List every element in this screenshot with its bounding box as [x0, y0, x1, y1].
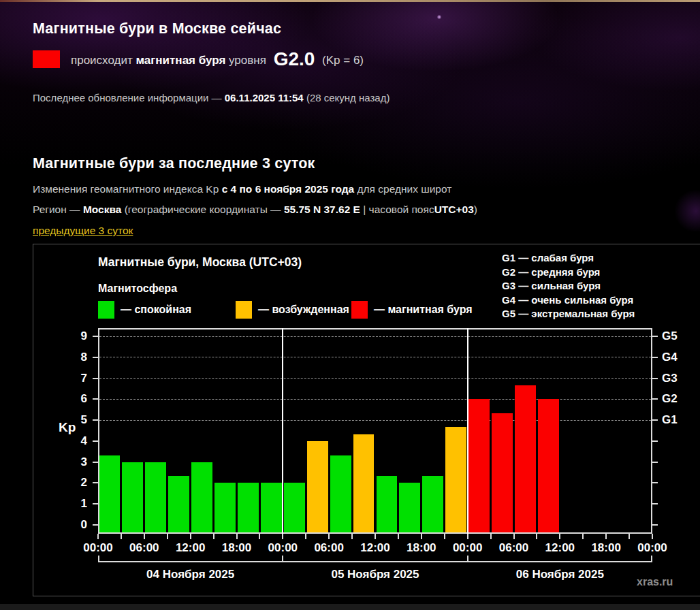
- kp-bar: [353, 434, 375, 532]
- previous-3-days-link[interactable]: предыдущие 3 суток: [33, 225, 133, 236]
- y-tick-right: [652, 524, 658, 526]
- y-tick-left: [93, 398, 98, 400]
- line1-prefix: Изменения геомагнитного индекса Kp: [33, 183, 219, 195]
- region-coords: 55.75 N 37.62 E: [284, 204, 360, 215]
- x-tick: [351, 534, 353, 539]
- x-tick: [513, 534, 515, 539]
- kp-bar: [261, 483, 282, 532]
- x-tick: [652, 534, 653, 539]
- history-line2: Регион — Москва (географические координа…: [33, 204, 700, 216]
- x-tick: [144, 534, 145, 539]
- updated-time: 06.11.2025 11:54: [225, 92, 304, 103]
- kp-bar: [191, 462, 212, 532]
- line1-dates: с 4 по 6 ноября 2025 года: [222, 183, 355, 195]
- kp-bar: [538, 399, 559, 532]
- x-tick-label: 18:00: [214, 541, 260, 555]
- y-tick-left: [93, 419, 98, 421]
- quiet-label: — спокойная: [121, 304, 191, 316]
- kp-bar: [307, 441, 328, 532]
- x-tick-label: 06:00: [121, 541, 168, 555]
- y-tick-right: [652, 378, 658, 379]
- day-bracket-tick: [467, 556, 468, 562]
- y-tick-left: [93, 524, 98, 526]
- kp-bar: [515, 385, 536, 532]
- g5-desc: G5 — экстремальная буря: [502, 307, 635, 321]
- history-title: Магнитные бури за последние 3 суток: [33, 155, 700, 172]
- g-axis-label: G1: [662, 413, 689, 428]
- kp-bar: [330, 455, 351, 532]
- x-tick: [236, 534, 238, 539]
- status-prefix: происходит: [71, 54, 133, 67]
- kp-bar: [422, 476, 443, 532]
- y-tick-label: 9: [63, 329, 87, 344]
- x-tick: [467, 534, 468, 539]
- line2-mid: (географические координаты —: [125, 204, 281, 215]
- g-axis-label: G4: [662, 350, 689, 365]
- kp-bar: [145, 462, 166, 532]
- y-tick-right: [652, 503, 658, 504]
- y-tick-label: 5: [63, 413, 87, 428]
- x-tick: [282, 534, 283, 539]
- gridline-kp6: [99, 399, 651, 400]
- y-tick-label: 2: [63, 475, 87, 490]
- x-tick: [305, 534, 306, 539]
- x-tick-label: 12:00: [537, 541, 583, 555]
- line2-prefix: Регион —: [33, 204, 80, 215]
- y-tick-right: [652, 462, 658, 463]
- gridline-kp5: [99, 420, 651, 421]
- day-label: 06 Ноября 2025: [468, 568, 652, 581]
- x-tick: [421, 534, 422, 539]
- storm-label: — магнитная буря: [374, 304, 473, 316]
- gridline-kp8: [99, 357, 651, 357]
- x-tick-label: 18:00: [583, 541, 629, 555]
- status-kp: (Kp = 6): [322, 54, 364, 67]
- g-axis-label: G2: [662, 391, 689, 406]
- status-mid: уровня: [229, 54, 266, 67]
- x-tick: [328, 534, 330, 539]
- watermark: xras.ru: [637, 576, 673, 588]
- x-tick: [190, 534, 191, 539]
- kp-bar: [214, 483, 236, 532]
- y-tick-left: [93, 503, 98, 504]
- kp-bar: [122, 462, 143, 532]
- storm-color-swatch: [351, 301, 368, 319]
- y-tick-right: [652, 398, 658, 400]
- plot-area: Kp 0123456789G1G2G3G4G500:0006:0012:0018…: [98, 328, 652, 534]
- g-scale-legend: G1 — слабая буря G2 — средняя буря G3 — …: [502, 251, 635, 321]
- y-tick-right: [652, 336, 658, 337]
- line2-close: ): [474, 204, 477, 215]
- quiet-color-swatch: [98, 301, 114, 319]
- x-tick: [398, 534, 399, 539]
- line2-sep: | часовой пояс: [363, 204, 434, 215]
- x-tick-label: 00:00: [75, 541, 121, 555]
- history-line1: Изменения геомагнитного индекса Kp с 4 п…: [33, 183, 700, 195]
- kp-bar: [284, 483, 305, 532]
- kp-bar: [377, 476, 398, 532]
- g-axis-label: G3: [662, 371, 689, 386]
- magnetosphere-label: Магнитосфера: [98, 283, 177, 295]
- x-tick: [259, 534, 260, 539]
- g4-desc: G4 — очень сильная буря: [502, 293, 635, 308]
- last-updated: Последнее обновление информации — 06.11.…: [33, 92, 700, 103]
- x-tick: [167, 534, 168, 539]
- line1-suffix: для средних широт: [357, 183, 452, 195]
- region-name: Москва: [83, 204, 122, 215]
- y-tick-label: 7: [63, 371, 87, 386]
- legend-item-excited: — возбужденная: [236, 300, 349, 319]
- g-axis-label: G5: [662, 329, 689, 344]
- kp-bar: [468, 399, 490, 532]
- x-tick-label: 00:00: [629, 541, 675, 555]
- y-tick-right: [652, 357, 658, 358]
- y-tick-left: [93, 462, 98, 463]
- y-tick-left: [93, 357, 98, 358]
- day-bracket: [98, 561, 652, 562]
- x-tick-label: 06:00: [491, 541, 537, 555]
- y-tick-left: [93, 482, 98, 483]
- y-tick-right: [652, 482, 658, 483]
- region-timezone: UTC+03: [434, 204, 474, 215]
- current-status-swatch: [33, 50, 60, 68]
- x-tick: [375, 534, 376, 539]
- day-bracket-tick: [651, 556, 652, 562]
- day-bracket-tick: [98, 556, 99, 562]
- y-tick-label: 1: [63, 496, 87, 511]
